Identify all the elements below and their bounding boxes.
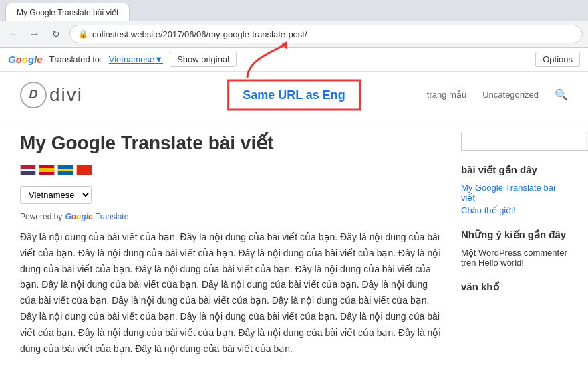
url-annotation-box: Same URL as Eng <box>227 79 361 110</box>
nav-item-uncategorized[interactable]: Uncategorized <box>482 90 539 100</box>
forward-button[interactable]: → <box>27 26 43 42</box>
translate-word: Translate <box>96 212 129 221</box>
url-annotation-text: Same URL as Eng <box>243 88 345 101</box>
site-nav: trang mẫu Uncategorized 🔍 <box>427 88 568 101</box>
sidebar-search-input[interactable] <box>461 132 585 151</box>
flag-es[interactable] <box>39 165 55 175</box>
translate-widget: Vietnamese <box>20 186 445 204</box>
back-button[interactable]: ← <box>5 26 21 42</box>
website: D divi Same URL as Eng trang mẫu Uncateg… <box>0 72 588 370</box>
powered-by: Powered by Google Translate <box>20 212 445 221</box>
sidebar-recent-comments: Những ý kiến gần đây Một WordPress comme… <box>461 229 568 268</box>
post-title: My Google Translate bài viết <box>20 132 445 154</box>
logo-name: divi <box>49 84 83 106</box>
main-content: My Google Translate bài viết Vietnamese … <box>0 118 588 370</box>
lock-icon: 🔒 <box>78 29 88 39</box>
address-field[interactable]: 🔒 colinstest.website/2017/06/06/my-googl… <box>69 25 583 43</box>
recent-post-2[interactable]: Chào thế giới! <box>461 205 568 215</box>
address-bar-row: ← → ↻ 🔒 colinstest.website/2017/06/06/my… <box>0 21 588 47</box>
flag-sv[interactable] <box>57 165 74 175</box>
options-button[interactable]: Options <box>535 52 580 67</box>
recent-comment-text: Một WordPress commenter trên Hello world… <box>461 248 568 268</box>
content-area: My Google Translate bài viết Vietnamese … <box>20 132 445 357</box>
sidebar-search-button[interactable]: Tìm kiếm <box>585 132 588 151</box>
search-nav-icon[interactable]: 🔍 <box>555 88 568 101</box>
sidebar-recent-posts: bài viết gần đây My Google Translate bài… <box>461 164 568 215</box>
url-text: colinstest.website/2017/06/06/my-google-… <box>92 29 574 39</box>
active-tab[interactable]: My Google Translate bài viết <box>5 3 130 21</box>
nav-item-trang[interactable]: trang mẫu <box>427 90 466 100</box>
translated-to-label: Translated to: <box>49 54 102 64</box>
logo-icon: D <box>20 82 47 108</box>
translate-bar: Google Translated to: Vietnamese▼ Show o… <box>0 48 588 72</box>
archives-title: văn khổ <box>461 281 568 293</box>
language-link[interactable]: Vietnamese▼ <box>109 54 163 64</box>
site-logo: D divi <box>20 82 83 108</box>
google-logo: Google <box>8 54 43 65</box>
recent-posts-title: bài viết gần đây <box>461 164 568 176</box>
sidebar-search: Tìm kiếm <box>461 132 568 151</box>
sidebar: Tìm kiếm bài viết gần đây My Google Tran… <box>461 132 568 357</box>
flag-us[interactable] <box>20 165 36 175</box>
recent-post-1[interactable]: My Google Translate bài viết <box>461 183 568 203</box>
flags-row <box>20 165 445 175</box>
flag-cn[interactable] <box>76 165 92 175</box>
post-body: Đây là nội dung của bài viết của bạn. Đâ… <box>20 229 445 357</box>
site-header: D divi Same URL as Eng trang mẫu Uncateg… <box>0 72 588 118</box>
recent-comments-title: Những ý kiến gần đây <box>461 229 568 241</box>
tab-title: My Google Translate bài viết <box>17 8 118 17</box>
sidebar-archives: văn khổ <box>461 281 568 293</box>
tab-bar: My Google Translate bài viết <box>0 0 588 21</box>
reload-button[interactable]: ↻ <box>48 26 64 42</box>
language-select[interactable]: Vietnamese <box>20 186 92 204</box>
browser-chrome: My Google Translate bài viết ← → ↻ 🔒 col… <box>0 0 588 48</box>
show-original-button[interactable]: Show original <box>170 52 237 67</box>
